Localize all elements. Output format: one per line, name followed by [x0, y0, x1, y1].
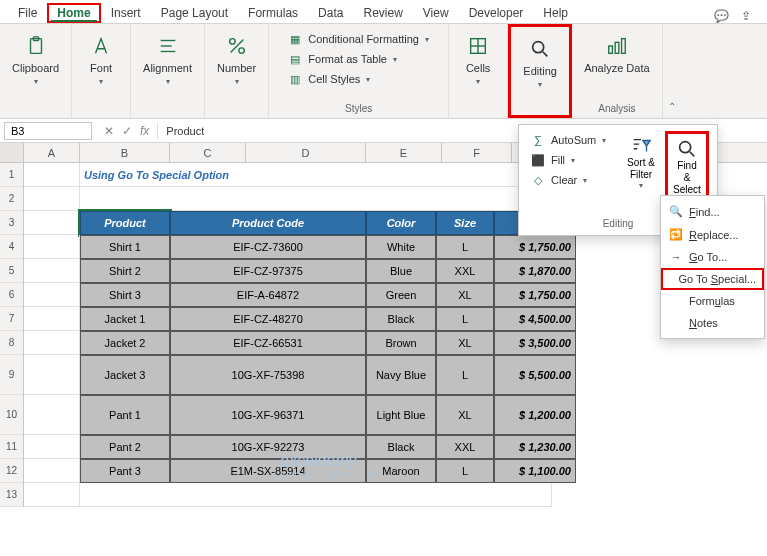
tab-file[interactable]: File	[8, 3, 47, 23]
clipboard-button[interactable]: Clipboard ▾	[6, 28, 65, 90]
cells-button[interactable]: Cells ▾	[455, 28, 501, 90]
cell-color[interactable]: Navy Blue	[366, 355, 436, 395]
name-box[interactable]: B3	[4, 122, 92, 140]
select-all-button[interactable]	[0, 143, 24, 162]
col-E[interactable]: E	[366, 143, 442, 162]
svg-rect-14	[615, 42, 619, 53]
header-product[interactable]: Product	[80, 211, 170, 235]
cell-code[interactable]: EIF-CZ-66531	[170, 331, 366, 355]
menu-notes[interactable]: Notes	[661, 312, 764, 334]
cell-price[interactable]: $ 1,100.00	[494, 459, 576, 483]
tab-data[interactable]: Data	[308, 3, 353, 23]
cell-color[interactable]: Black	[366, 435, 436, 459]
cell-product[interactable]: Pant 1	[80, 395, 170, 435]
rownum-1[interactable]: 1	[0, 163, 24, 187]
col-D[interactable]: D	[246, 143, 366, 162]
editing-button[interactable]: Editing ▾	[517, 31, 563, 93]
col-F[interactable]: F	[442, 143, 512, 162]
cell-size[interactable]: L	[436, 307, 494, 331]
menu-replace[interactable]: 🔁Replace...	[661, 223, 764, 246]
fill-icon: ⬛	[531, 153, 545, 167]
cell-size[interactable]: XL	[436, 395, 494, 435]
collapse-ribbon-button[interactable]: ⌃	[663, 24, 681, 118]
header-color[interactable]: Color	[366, 211, 436, 235]
tab-review[interactable]: Review	[353, 3, 412, 23]
header-size[interactable]: Size	[436, 211, 494, 235]
cell-color[interactable]: Green	[366, 283, 436, 307]
cell-product[interactable]: Pant 2	[80, 435, 170, 459]
autosum-button[interactable]: ∑AutoSum▾	[527, 131, 619, 149]
cell-color[interactable]: Brown	[366, 331, 436, 355]
col-B[interactable]: B	[80, 143, 170, 162]
number-button[interactable]: Number ▾	[211, 28, 262, 90]
sort-filter-button[interactable]: Sort & Filter▾	[619, 131, 663, 212]
cell-code[interactable]: 10G-XF-96371	[170, 395, 366, 435]
cell-code[interactable]: EIF-CZ-48270	[170, 307, 366, 331]
analyze-data-button[interactable]: Analyze Data	[578, 28, 655, 79]
tab-help[interactable]: Help	[533, 3, 578, 23]
cell-price[interactable]: $ 3,500.00	[494, 331, 576, 355]
cell-product[interactable]: Shirt 1	[80, 235, 170, 259]
clipboard-icon	[22, 32, 50, 60]
menu-goto-special[interactable]: Go To Special...	[661, 268, 764, 290]
cell-product[interactable]: Jacket 3	[80, 355, 170, 395]
cell-color[interactable]: Blue	[366, 259, 436, 283]
cell-size[interactable]: XL	[436, 331, 494, 355]
cell-price[interactable]: $ 1,750.00	[494, 283, 576, 307]
cell-price[interactable]: $ 1,870.00	[494, 259, 576, 283]
tab-view[interactable]: View	[413, 3, 459, 23]
cell-product[interactable]: Pant 3	[80, 459, 170, 483]
cell-price[interactable]: $ 1,230.00	[494, 435, 576, 459]
cell-product[interactable]: Shirt 3	[80, 283, 170, 307]
cell-code[interactable]: E1M-SX-85914	[170, 459, 366, 483]
fill-button[interactable]: ⬛Fill▾	[527, 151, 619, 169]
cell-product[interactable]: Shirt 2	[80, 259, 170, 283]
share-icon[interactable]: ⇪	[741, 9, 751, 23]
cell-color[interactable]: Light Blue	[366, 395, 436, 435]
enter-formula-icon[interactable]: ✓	[122, 124, 132, 138]
cell-color[interactable]: White	[366, 235, 436, 259]
comments-icon[interactable]: 💬	[714, 9, 729, 23]
tab-developer[interactable]: Developer	[459, 3, 534, 23]
clear-button[interactable]: ◇Clear▾	[527, 171, 619, 189]
header-code[interactable]: Product Code	[170, 211, 366, 235]
cell-size[interactable]: L	[436, 459, 494, 483]
cell-color[interactable]: Black	[366, 307, 436, 331]
cell-size[interactable]: L	[436, 355, 494, 395]
cell-color[interactable]: Maroon	[366, 459, 436, 483]
fx-icon[interactable]: fx	[140, 124, 149, 138]
cell-price[interactable]: $ 1,200.00	[494, 395, 576, 435]
cancel-formula-icon[interactable]: ✕	[104, 124, 114, 138]
tab-page-layout[interactable]: Page Layout	[151, 3, 238, 23]
menu-goto[interactable]: →Go To...	[661, 246, 764, 268]
cell-product[interactable]: Jacket 1	[80, 307, 170, 331]
tab-home[interactable]: Home	[47, 3, 100, 23]
cell-price[interactable]: $ 4,500.00	[494, 307, 576, 331]
tab-insert[interactable]: Insert	[101, 3, 151, 23]
font-button[interactable]: Font ▾	[78, 28, 124, 90]
cell-code[interactable]: EIF-A-64872	[170, 283, 366, 307]
find-select-menu: 🔍FFind...ind... 🔁Replace... →Go To... Go…	[660, 195, 765, 339]
tab-formulas[interactable]: Formulas	[238, 3, 308, 23]
cell-size[interactable]: L	[436, 235, 494, 259]
menu-find[interactable]: 🔍FFind...ind...	[661, 200, 764, 223]
cell-product[interactable]: Jacket 2	[80, 331, 170, 355]
col-C[interactable]: C	[170, 143, 246, 162]
conditional-formatting-button[interactable]: ▦Conditional Formatting▾	[284, 30, 433, 48]
percent-icon	[223, 32, 251, 60]
cell-size[interactable]: XXL	[436, 435, 494, 459]
cell-price[interactable]: $ 5,500.00	[494, 355, 576, 395]
format-as-table-button[interactable]: ▤Format as Table▾	[284, 50, 401, 68]
alignment-button[interactable]: Alignment ▾	[137, 28, 198, 90]
menu-formulas[interactable]: Formulas	[661, 290, 764, 312]
col-A[interactable]: A	[24, 143, 80, 162]
cell-styles-button[interactable]: ▥Cell Styles▾	[284, 70, 374, 88]
cell-code[interactable]: EIF-CZ-97375	[170, 259, 366, 283]
cell-code[interactable]: 10G-XF-75398	[170, 355, 366, 395]
cell-price[interactable]: $ 1,750.00	[494, 235, 576, 259]
cell-code[interactable]: EIF-CZ-73600	[170, 235, 366, 259]
cell-code[interactable]: 10G-XF-92273	[170, 435, 366, 459]
cell-size[interactable]: XL	[436, 283, 494, 307]
title-cell[interactable]: Using Go To Special Option	[80, 163, 552, 187]
cell-size[interactable]: XXL	[436, 259, 494, 283]
